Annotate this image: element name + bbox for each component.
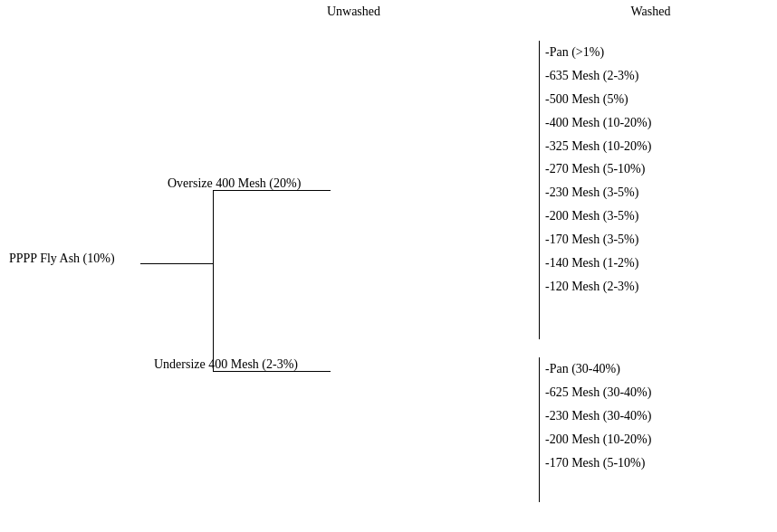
list-item: -200 Mesh (3-5%): [545, 204, 651, 228]
line-main-vertical: [213, 190, 214, 371]
line-washed-undersize-vertical: [539, 357, 540, 502]
oversize-text: Oversize 400 Mesh (20%): [168, 176, 301, 190]
list-item: -170 Mesh (3-5%): [545, 228, 651, 252]
list-item: -325 Mesh (10-20%): [545, 135, 651, 158]
root-label: PPPP Fly Ash (10%): [9, 252, 115, 266]
oversize-label: Oversize 400 Mesh (20%): [168, 176, 301, 191]
list-item: -625 Mesh (30-40%): [545, 381, 651, 404]
diagram: Unwashed Washed PPPP Fly Ash (10%) Overs…: [0, 0, 777, 532]
line-washed-oversize-vertical: [539, 41, 540, 339]
undersize-label: Undersize 400 Mesh (2-3%): [154, 357, 298, 372]
list-item: -400 Mesh (10-20%): [545, 111, 651, 135]
list-item: -140 Mesh (1-2%): [545, 252, 651, 275]
washed-undersize-list: -Pan (30-40%)-625 Mesh (30-40%)-230 Mesh…: [545, 357, 651, 474]
undersize-text: Undersize 400 Mesh (2-3%): [154, 357, 298, 371]
washed-oversize-list: -Pan (>1%)-635 Mesh (2-3%)-500 Mesh (5%)…: [545, 41, 651, 299]
header-washed: Washed: [608, 5, 694, 19]
washed-label: Washed: [631, 5, 671, 18]
list-item: -635 Mesh (2-3%): [545, 64, 651, 88]
unwashed-label: Unwashed: [327, 5, 380, 18]
list-item: -120 Mesh (2-3%): [545, 275, 651, 299]
list-item: -Pan (>1%): [545, 41, 651, 64]
list-item: -Pan (30-40%): [545, 357, 651, 381]
line-root-horizontal: [140, 263, 213, 264]
list-item: -200 Mesh (10-20%): [545, 428, 651, 451]
list-item: -170 Mesh (5-10%): [545, 451, 651, 475]
list-item: -500 Mesh (5%): [545, 88, 651, 111]
root-text: PPPP Fly Ash (10%): [9, 252, 115, 265]
list-item: -270 Mesh (5-10%): [545, 157, 651, 181]
list-item: -230 Mesh (3-5%): [545, 181, 651, 204]
list-item: -230 Mesh (30-40%): [545, 404, 651, 428]
header-unwashed: Unwashed: [297, 5, 410, 19]
